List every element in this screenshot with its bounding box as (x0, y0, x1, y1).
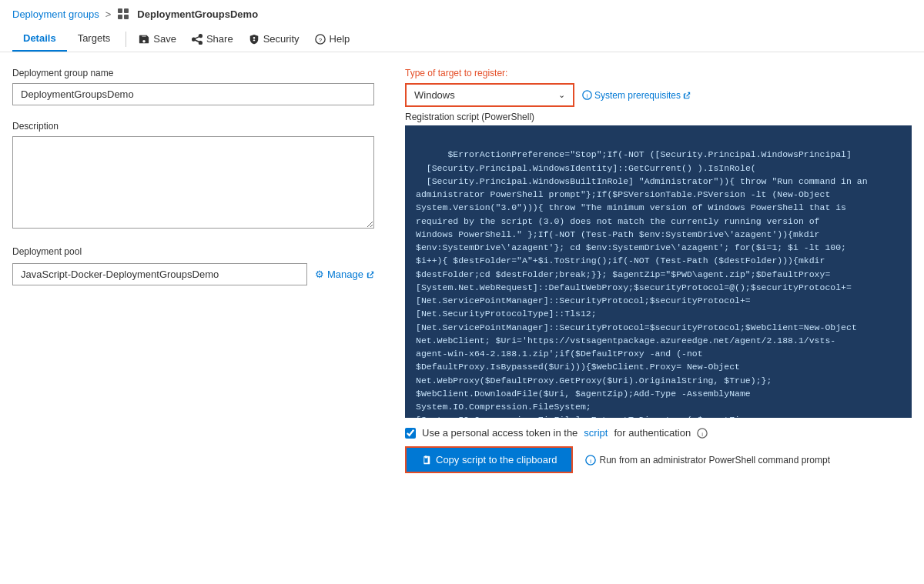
right-panel: Type of target to register: Windows ⌄ i … (405, 68, 912, 473)
svg-rect-3 (124, 15, 129, 19)
desc-label: Description (12, 121, 374, 132)
name-input[interactable] (12, 83, 374, 105)
script-link[interactable]: script (584, 427, 608, 439)
external-link-icon (367, 271, 374, 279)
checkbox-info-icon[interactable]: i (697, 428, 708, 439)
run-info-icon: i (585, 455, 596, 466)
content: Deployment group name Description Deploy… (0, 52, 924, 489)
header: Deployment groups > DeploymentGroupsDemo… (0, 0, 924, 52)
pool-label: Deployment pool (12, 246, 374, 257)
script-box: $ErrorActionPreference="Stop";If(-NOT ([… (405, 125, 912, 418)
svg-rect-1 (124, 8, 129, 13)
svg-text:i: i (701, 430, 703, 437)
script-label: Registration script (PowerShell) (405, 112, 912, 122)
checkbox-label-pre: Use a personal access token in the (422, 427, 578, 439)
run-note: i Run from an administrator PowerShell c… (585, 455, 830, 466)
chevron-down-icon: ⌄ (558, 90, 565, 100)
help-label: Help (330, 33, 350, 45)
desc-textarea[interactable] (12, 136, 374, 229)
name-section: Deployment group name (12, 68, 374, 105)
external-link-icon2 (683, 92, 691, 99)
copy-script-button[interactable]: Copy script to the clipboard (405, 446, 573, 473)
left-panel: Deployment group name Description Deploy… (12, 68, 374, 473)
pool-row: ⚙ Manage (12, 263, 374, 285)
breadcrumb-separator: > (105, 8, 112, 20)
pool-section: Deployment pool ⚙ Manage (12, 246, 374, 285)
svg-text:i: i (587, 92, 588, 99)
tab-details[interactable]: Details (12, 26, 67, 52)
nav-divider (126, 32, 126, 47)
security-icon (249, 34, 259, 45)
target-type-dropdown[interactable]: Windows ⌄ (405, 83, 574, 107)
security-label: Security (263, 33, 300, 45)
manage-link[interactable]: ⚙ Manage (315, 269, 374, 280)
svg-rect-0 (118, 8, 122, 13)
svg-text:?: ? (318, 36, 322, 43)
name-label: Deployment group name (12, 68, 374, 78)
security-button[interactable]: Security (241, 28, 307, 49)
dropdown-value: Windows (414, 89, 455, 101)
share-button[interactable]: Share (184, 28, 241, 49)
script-content: $ErrorActionPreference="Stop";If(-NOT ([… (416, 149, 868, 418)
type-label: Type of target to register: (405, 68, 912, 78)
run-note-text: Run from an administrator PowerShell com… (600, 455, 830, 466)
save-icon (139, 34, 149, 45)
sys-prereq-link[interactable]: i System prerequisites (582, 90, 691, 101)
actions-row: Copy script to the clipboard i Run from … (405, 446, 912, 473)
save-button[interactable]: Save (131, 28, 184, 49)
breadcrumb-deployment-groups[interactable]: Deployment groups (12, 8, 99, 20)
info-circle-icon: i (582, 90, 592, 100)
share-icon (192, 34, 203, 45)
nav-tabs: Details Targets Save Share Security ? He… (12, 26, 912, 52)
checkbox-label-post: for authentication (614, 427, 691, 439)
clipboard-icon (420, 455, 431, 466)
help-icon: ? (315, 34, 326, 45)
pool-input[interactable] (12, 263, 307, 285)
copy-btn-label: Copy script to the clipboard (436, 454, 557, 466)
deployment-group-icon (117, 8, 129, 20)
breadcrumb-current: DeploymentGroupsDemo (137, 8, 258, 20)
manage-label: Manage (327, 269, 363, 280)
desc-section: Description (12, 121, 374, 231)
checkbox-row: Use a personal access token in the scrip… (405, 427, 912, 439)
pat-checkbox[interactable] (405, 428, 416, 439)
breadcrumb: Deployment groups > DeploymentGroupsDemo (12, 8, 912, 20)
help-button[interactable]: ? Help (307, 28, 358, 49)
svg-rect-2 (118, 15, 122, 19)
share-label: Share (206, 33, 233, 45)
svg-text:i: i (590, 457, 591, 464)
tab-targets[interactable]: Targets (67, 26, 122, 52)
save-label: Save (153, 33, 176, 45)
manage-gear-icon: ⚙ (315, 269, 324, 280)
sys-prereq-label: System prerequisites (594, 90, 681, 101)
dropdown-row: Windows ⌄ i System prerequisites (405, 83, 912, 107)
